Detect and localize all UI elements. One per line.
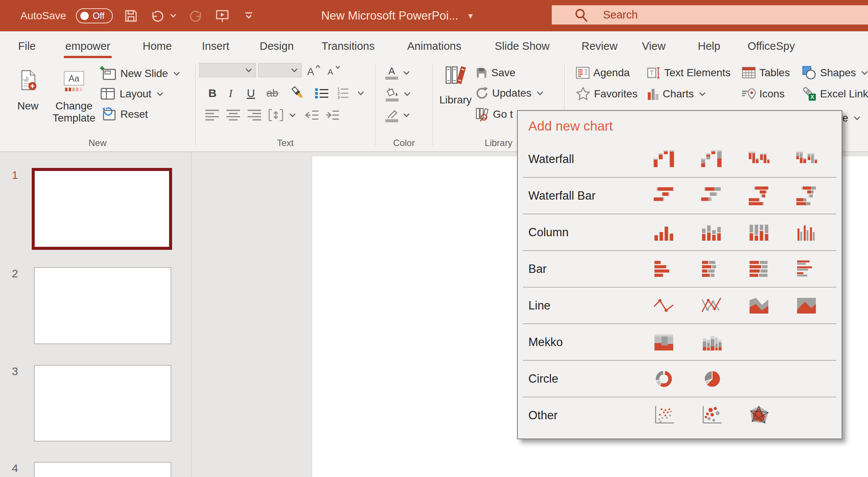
line-1-icon[interactable] — [653, 295, 675, 316]
tab-home[interactable]: Home — [141, 31, 173, 61]
bar-4-icon[interactable] — [795, 259, 818, 280]
document-title[interactable]: New Microsoft PowerPoi... ▾ — [321, 0, 473, 31]
bold-button[interactable]: B — [208, 84, 217, 102]
bar-2-icon[interactable] — [700, 259, 723, 280]
chart-row-column: Column — [518, 214, 842, 250]
tab-view[interactable]: View — [640, 31, 667, 61]
library-goto-button[interactable]: Go t — [475, 105, 513, 123]
slide-thumbnail-2[interactable] — [34, 267, 171, 344]
waterfall-bar-3-icon[interactable] — [748, 185, 770, 206]
italic-button[interactable]: I — [229, 84, 232, 102]
waterfall-bar-2-icon[interactable] — [700, 185, 723, 206]
waterfall-4-icon[interactable] — [795, 149, 818, 170]
waterfall-3-icon[interactable] — [748, 149, 770, 170]
chart-row-line: Line — [518, 288, 842, 323]
shapes-button[interactable]: Shapes — [802, 64, 868, 82]
favorites-button[interactable]: Favorites — [576, 85, 637, 103]
clipped-button-label: e — [842, 112, 848, 124]
radar-chart-icon[interactable] — [748, 405, 770, 426]
font-name-combobox[interactable] — [199, 63, 256, 77]
format-painter-button[interactable] — [291, 84, 306, 102]
text-elements-button[interactable]: T Text Elements — [646, 64, 731, 82]
undo-icon[interactable] — [149, 8, 166, 24]
slide-thumbnail-1[interactable] — [32, 168, 172, 250]
reset-button[interactable]: Reset — [100, 105, 148, 123]
font-color-button[interactable]: A — [385, 65, 411, 81]
tab-insert[interactable]: Insert — [200, 31, 231, 61]
slide-thumbnail-4[interactable] — [34, 462, 171, 477]
column-2-icon[interactable] — [700, 222, 723, 243]
mekko-1-icon[interactable] — [653, 332, 675, 353]
library-updates-button[interactable]: Updates — [475, 84, 545, 102]
title-bar: AutoSave Off New Microsoft PowerPoi... ▾… — [0, 0, 868, 31]
decrease-indent-button[interactable] — [304, 106, 319, 124]
bubble-chart-icon[interactable] — [700, 405, 723, 426]
italic-glyph: I — [229, 87, 232, 100]
clipped-button[interactable]: e — [842, 109, 862, 127]
align-center-button[interactable] — [226, 106, 241, 124]
tab-animations[interactable]: Animations — [406, 31, 463, 61]
bar-1-icon[interactable] — [653, 259, 675, 280]
align-left-button[interactable] — [205, 106, 220, 124]
scatter-chart-icon[interactable] — [653, 405, 675, 426]
tab-design[interactable]: Design — [258, 31, 295, 61]
customize-quick-access-toolbar-icon[interactable] — [240, 8, 257, 24]
column-4-icon[interactable] — [795, 222, 818, 243]
mekko-2-icon[interactable] — [700, 332, 723, 353]
line-2-icon[interactable] — [700, 295, 723, 316]
tab-review[interactable]: Review — [580, 31, 619, 61]
tables-button[interactable]: Tables — [742, 64, 790, 82]
grow-font-button[interactable]: A — [306, 62, 322, 80]
excel-link-button[interactable]: X Excel Link — [802, 85, 868, 103]
circle-pie-icon[interactable] — [700, 368, 723, 389]
tab-file[interactable]: File — [17, 31, 37, 61]
fill-color-button[interactable] — [385, 86, 412, 102]
quick-save-icon[interactable] — [123, 8, 139, 24]
new-presentation-label: New — [10, 100, 46, 112]
list-options-chevron[interactable] — [356, 84, 365, 102]
search-box[interactable]: Search — [552, 5, 868, 25]
bullets-button[interactable] — [314, 84, 330, 102]
charts-button[interactable]: Charts — [646, 85, 707, 103]
agenda-button[interactable]: Agenda — [576, 64, 630, 82]
icons-button[interactable]: Icons — [742, 85, 785, 103]
outline-color-button[interactable] — [385, 107, 411, 123]
waterfall-2-icon[interactable] — [700, 149, 723, 170]
bar-3-icon[interactable] — [748, 259, 770, 280]
start-slideshow-icon[interactable] — [214, 8, 231, 24]
circle-donut-icon[interactable] — [653, 368, 675, 389]
line-spacing-button[interactable] — [268, 106, 297, 124]
font-size-combobox[interactable] — [258, 63, 302, 77]
new-slide-button[interactable]: New Slide — [100, 65, 181, 83]
underline-button[interactable]: U — [247, 84, 255, 102]
tab-transitions[interactable]: Transitions — [320, 31, 376, 61]
waterfall-bar-4-icon[interactable] — [795, 185, 818, 206]
undo-menu-chevron-icon[interactable] — [169, 8, 178, 24]
line-4-icon[interactable] — [795, 295, 818, 316]
waterfall-1-icon[interactable] — [653, 149, 675, 170]
waterfall-bar-1-icon[interactable] — [653, 185, 675, 206]
chart-row-bar: Bar — [518, 251, 842, 287]
tab-empower[interactable]: empower — [64, 31, 112, 61]
tab-officespy[interactable]: OfficeSpy — [746, 31, 796, 61]
shrink-font-button[interactable]: A — [327, 62, 341, 80]
tab-slide-show[interactable]: Slide Show — [493, 31, 551, 61]
tab-help[interactable]: Help — [696, 31, 722, 61]
add-new-chart-menu: Add new chart WaterfallWaterfall BarColu… — [517, 110, 842, 439]
new-presentation-button[interactable]: New — [10, 63, 46, 137]
shapes-icon — [802, 65, 817, 80]
slide-thumbnail-3[interactable] — [34, 365, 171, 442]
layout-button[interactable]: Layout — [100, 85, 165, 103]
increase-indent-button[interactable] — [325, 106, 340, 124]
library-save-button[interactable]: Save — [475, 64, 516, 82]
line-3-icon[interactable] — [748, 295, 770, 316]
change-template-button[interactable]: Aa Change Template — [48, 63, 100, 137]
goto-icon — [475, 107, 489, 122]
column-3-icon[interactable] — [748, 222, 770, 243]
strikethrough-button[interactable]: ab — [266, 84, 278, 102]
column-1-icon[interactable] — [653, 222, 675, 243]
align-right-button[interactable] — [247, 106, 262, 124]
numbering-button[interactable]: 123 — [335, 84, 350, 102]
autosave-toggle[interactable]: Off — [76, 8, 113, 23]
library-button[interactable]: Library — [436, 61, 475, 135]
